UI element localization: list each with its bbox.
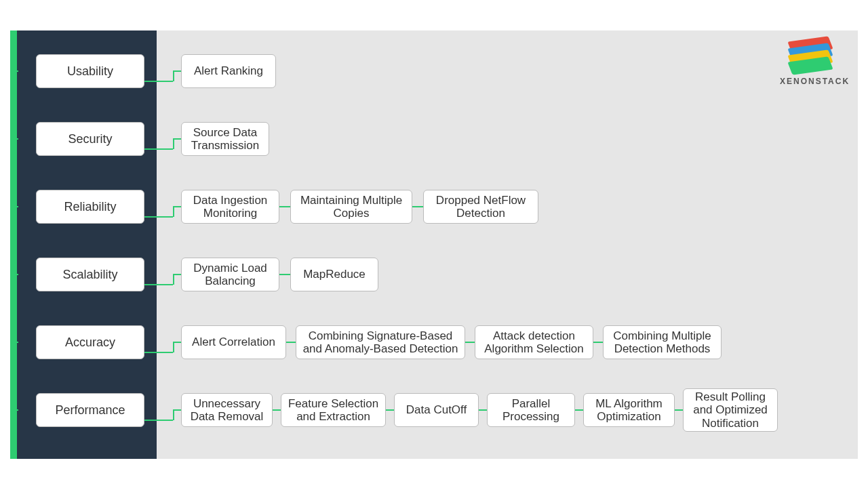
connector — [173, 274, 174, 285]
leaf-maintaining-multiple-copies: Maintaining Multiple Copies — [290, 190, 412, 224]
connector — [675, 409, 683, 411]
connector — [173, 70, 181, 72]
brand-logo: XENONSTACK — [780, 39, 841, 86]
tick — [10, 409, 18, 411]
leaf-unnecessary-data-removal: Unnecessary Data Removal — [181, 393, 273, 427]
connector — [593, 342, 603, 343]
tick — [10, 70, 18, 72]
leaf-source-data-transmission: Source Data Transmission — [181, 122, 269, 156]
connector — [575, 409, 583, 411]
connector — [173, 274, 181, 275]
leaf-dynamic-load-balancing: Dynamic Load Balancing — [181, 258, 279, 291]
connector — [173, 409, 174, 420]
connector — [173, 409, 181, 411]
leaf-result-polling: Result Polling and Optimized Notificatio… — [683, 388, 778, 432]
tick — [10, 138, 18, 140]
tick — [10, 206, 18, 207]
leaf-combining-sig-anomaly: Combining Signature-Based and Anomaly-Ba… — [296, 325, 465, 359]
connector — [279, 274, 290, 275]
connector — [173, 206, 174, 217]
connector — [173, 138, 181, 140]
leaf-parallel-processing: Parallel Processing — [487, 393, 575, 427]
stack-icon — [790, 39, 831, 73]
connector — [479, 409, 487, 411]
connector — [412, 206, 423, 207]
connector — [144, 420, 173, 421]
connector — [144, 81, 173, 82]
leaf-alert-correlation: Alert Correlation — [181, 325, 286, 359]
connector — [144, 284, 173, 285]
connector — [144, 352, 173, 353]
connector — [144, 148, 173, 150]
connector — [386, 409, 394, 411]
leaf-ml-algo-optimization: ML Algorithm Optimization — [583, 393, 675, 427]
connector — [173, 70, 174, 81]
connector — [173, 138, 174, 149]
accent-bar — [10, 30, 17, 459]
connector — [273, 409, 281, 411]
connector — [144, 216, 173, 218]
connector — [173, 342, 174, 352]
category-security: Security — [36, 122, 144, 156]
category-reliability: Reliability — [36, 190, 144, 224]
tick — [10, 274, 18, 275]
diagram-canvas: Usability Alert Ranking Security Source … — [10, 30, 858, 459]
category-performance: Performance — [36, 393, 144, 427]
leaf-combining-multiple-detection: Combining Multiple Detection Methods — [603, 325, 722, 359]
leaf-data-ingestion-monitoring: Data Ingestion Monitoring — [181, 190, 279, 224]
leaf-mapreduce: MapReduce — [290, 258, 378, 291]
tick — [10, 342, 18, 343]
connector — [173, 342, 181, 343]
leaf-alert-ranking: Alert Ranking — [181, 54, 276, 88]
leaf-attack-detection-algo: Attack detection Algorithm Selection — [475, 325, 593, 359]
leaf-feature-selection: Feature Selection and Extraction — [281, 393, 386, 427]
connector — [286, 342, 296, 343]
connector — [465, 342, 475, 343]
leaf-data-cutoff: Data CutOff — [394, 393, 479, 427]
category-usability: Usability — [36, 54, 144, 88]
brand-text: XENONSTACK — [780, 77, 841, 86]
connector — [279, 206, 290, 207]
connector — [173, 206, 181, 207]
category-accuracy: Accuracy — [36, 325, 144, 359]
category-scalability: Scalability — [36, 258, 144, 291]
leaf-dropped-netflow-detection: Dropped NetFlow Detection — [423, 190, 538, 224]
